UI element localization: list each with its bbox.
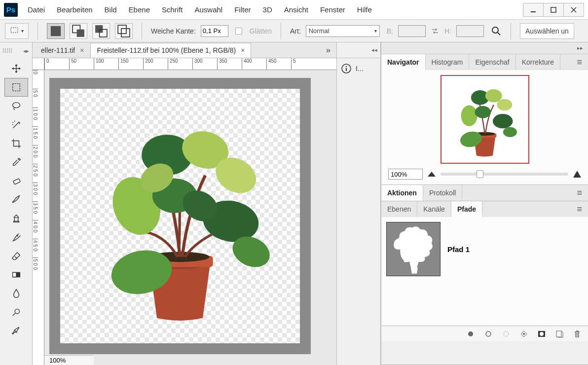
- tab-close-icon[interactable]: ×: [241, 46, 245, 54]
- panel-menu-icon[interactable]: ≡: [571, 204, 588, 215]
- tab-channels[interactable]: Kanäle: [417, 201, 451, 217]
- menu-fenster[interactable]: Fenster: [320, 5, 345, 14]
- canvas-pasteboard: [49, 78, 311, 354]
- svg-rect-52: [556, 331, 561, 337]
- tab-navigator[interactable]: Navigator: [381, 54, 426, 70]
- toolbar-grip-icon[interactable]: [3, 48, 12, 53]
- ruler-origin[interactable]: [33, 58, 44, 70]
- svg-rect-18: [12, 272, 16, 277]
- menu-3d[interactable]: 3D: [263, 5, 272, 14]
- path-item[interactable]: Pfad 1: [386, 222, 583, 276]
- svg-rect-1: [551, 7, 556, 12]
- paths-panel: Ebenen Kanäle Pfade ≡ Pfad 1: [381, 201, 588, 365]
- fill-path-icon[interactable]: [467, 330, 475, 338]
- lasso-tool[interactable]: [4, 97, 28, 115]
- ruler-horizontal[interactable]: 0501001502002503003504004505: [44, 58, 336, 70]
- brush-tool[interactable]: [4, 190, 28, 209]
- refine-edge-icon[interactable]: [491, 26, 502, 36]
- navigator-zoom-input[interactable]: 100%: [388, 169, 423, 180]
- history-brush-tool[interactable]: [4, 228, 28, 247]
- menu-bild[interactable]: Bild: [105, 5, 117, 14]
- svg-point-12: [492, 27, 498, 33]
- document-tab-1[interactable]: eller-111.tif ×: [35, 43, 90, 58]
- subtract-selection-button[interactable]: [92, 23, 110, 39]
- move-tool[interactable]: [4, 59, 28, 78]
- svg-rect-5: [51, 26, 61, 36]
- dock-collapse-icon[interactable]: ◂◂: [371, 47, 377, 53]
- tab-paths[interactable]: Pfade: [451, 201, 482, 217]
- tab-close-icon[interactable]: ×: [80, 46, 84, 54]
- eraser-tool[interactable]: [4, 247, 28, 265]
- zoom-out-icon[interactable]: [428, 172, 436, 177]
- menu-bearbeiten[interactable]: Bearbeiten: [57, 5, 93, 14]
- tabs-overflow-icon[interactable]: »: [320, 46, 336, 55]
- panel-menu-icon[interactable]: ≡: [571, 188, 588, 198]
- info-panel-button[interactable]: I...: [337, 58, 380, 79]
- swap-dimensions-icon[interactable]: [431, 27, 440, 36]
- new-selection-button[interactable]: [47, 23, 65, 39]
- menu-filter[interactable]: Filter: [234, 5, 251, 14]
- tab-label: eller-111.tif: [41, 46, 75, 54]
- svg-point-39: [461, 105, 478, 126]
- clone-stamp-tool[interactable]: [4, 209, 28, 228]
- tab-histogram[interactable]: Histogram: [426, 54, 470, 70]
- menu-schrift[interactable]: Schrift: [162, 5, 183, 14]
- path-thumbnail: [386, 222, 441, 276]
- svg-point-49: [523, 333, 525, 335]
- actions-panel: Aktionen Protokoll ≡: [381, 185, 588, 201]
- marquee-tool[interactable]: [4, 78, 28, 97]
- blur-tool[interactable]: [4, 284, 28, 303]
- path-name-label: Pfad 1: [447, 245, 470, 254]
- style-select[interactable]: Normal▾: [306, 25, 380, 37]
- new-path-icon[interactable]: [555, 330, 563, 338]
- document-image-icon: [78, 102, 282, 330]
- crop-tool[interactable]: [4, 134, 28, 153]
- tab-layers[interactable]: Ebenen: [381, 201, 417, 217]
- tab-adjustments[interactable]: Korrekture: [516, 54, 560, 70]
- maximize-button[interactable]: [543, 3, 564, 17]
- healing-brush-tool[interactable]: [4, 172, 28, 190]
- menu-datei[interactable]: Datei: [28, 5, 45, 14]
- menu-ebene[interactable]: Ebene: [129, 5, 150, 14]
- menu-auswahl[interactable]: Auswahl: [195, 5, 223, 14]
- status-zoom[interactable]: 100%: [44, 355, 94, 365]
- pen-tool[interactable]: [4, 322, 28, 340]
- zoom-in-icon[interactable]: [573, 171, 581, 178]
- tool-preset-button[interactable]: ▾: [5, 23, 29, 39]
- menu-hilfe[interactable]: Hilfe: [357, 5, 372, 14]
- close-button[interactable]: [563, 3, 584, 17]
- selection-to-path-icon[interactable]: [520, 330, 528, 338]
- paths-footer: [381, 326, 588, 341]
- dock-collapse-icon[interactable]: ▸▸: [577, 45, 583, 51]
- minimize-button[interactable]: [523, 3, 544, 17]
- feather-input[interactable]: [201, 25, 228, 37]
- canvas[interactable]: [60, 89, 300, 343]
- eyedropper-tool[interactable]: [4, 153, 28, 172]
- window-controls: [523, 3, 584, 17]
- gradient-tool[interactable]: [4, 265, 28, 284]
- svg-line-13: [498, 33, 500, 35]
- navigator-thumbnail[interactable]: [441, 75, 529, 164]
- tab-history[interactable]: Protokoll: [423, 185, 462, 201]
- dodge-tool[interactable]: [4, 303, 28, 322]
- document-tab-2[interactable]: Freisteller-112.tif bei 100% (Ebene 1, R…: [90, 43, 251, 58]
- add-mask-icon[interactable]: [538, 330, 546, 338]
- panel-menu-icon[interactable]: ≡: [571, 57, 588, 68]
- svg-point-45: [475, 106, 491, 118]
- intersect-selection-button[interactable]: [115, 23, 133, 39]
- canvas-area: 0501001502002503003504004505 05 01 0 01 …: [33, 58, 336, 365]
- path-to-selection-icon[interactable]: [502, 330, 510, 338]
- ruler-vertical[interactable]: 05 01 0 01 5 02 0 02 5 03 0 03 5 04 0 04…: [33, 70, 44, 365]
- toolbar-collapse-icon[interactable]: ◂▸: [23, 48, 29, 54]
- stroke-path-icon[interactable]: [484, 330, 492, 338]
- svg-rect-16: [13, 179, 20, 184]
- menu-ansicht[interactable]: Ansicht: [284, 5, 308, 14]
- tab-actions[interactable]: Aktionen: [381, 185, 423, 201]
- height-label: H:: [444, 27, 451, 35]
- select-and-mask-button[interactable]: Auswählen un: [520, 23, 574, 39]
- delete-path-icon[interactable]: [573, 330, 581, 338]
- magic-wand-tool[interactable]: [4, 115, 28, 134]
- zoom-slider[interactable]: [441, 173, 568, 176]
- add-selection-button[interactable]: [70, 23, 87, 39]
- tab-properties[interactable]: Eigenschaf: [469, 54, 515, 70]
